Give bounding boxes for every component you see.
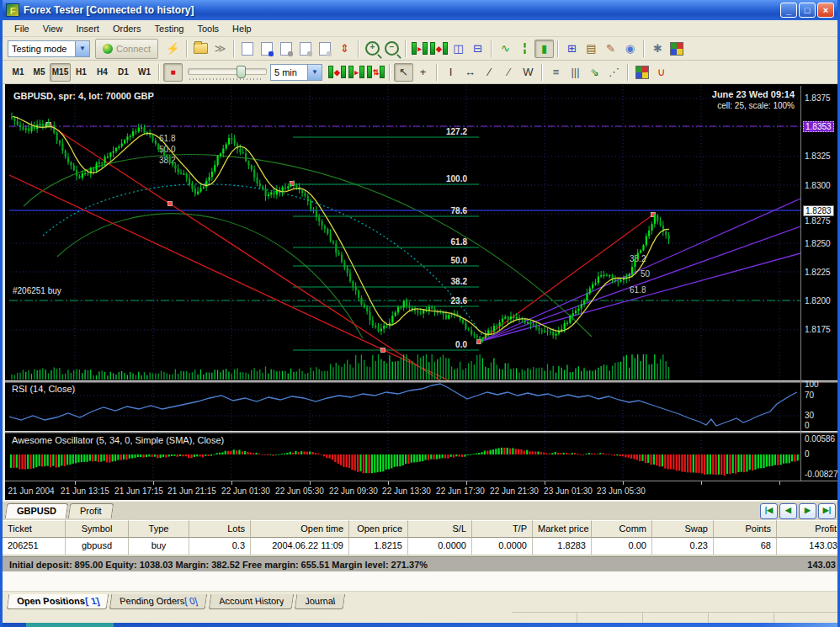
- open-folder-icon[interactable]: [191, 40, 210, 58]
- tick-step-icon[interactable]: ◆: [327, 63, 347, 82]
- bar-chart-mode-icon[interactable]: ╏: [515, 40, 534, 58]
- tile-vertical-icon: ◫: [453, 42, 463, 55]
- history-disk-icon[interactable]: ◉: [620, 40, 640, 58]
- fibo-fan-tool-icon[interactable]: ⋰: [604, 63, 624, 82]
- zoom-out-icon[interactable]: −: [382, 40, 401, 58]
- slider-thumb[interactable]: [237, 66, 246, 78]
- timeframe-d1-button[interactable]: D1: [113, 63, 134, 82]
- maximize-button[interactable]: □: [799, 3, 816, 18]
- go-prev-button[interactable]: ◀: [779, 503, 797, 519]
- column-header-comm[interactable]: Comm: [592, 520, 652, 538]
- close-button[interactable]: ×: [817, 3, 834, 18]
- column-header-opentime[interactable]: Open time: [251, 520, 349, 538]
- tile-horizontal-icon[interactable]: ⊟: [468, 40, 487, 58]
- tab-open-positions[interactable]: Open Positions [ 1 ]: [7, 594, 109, 609]
- trend-line-tool-icon: ∕: [488, 66, 490, 78]
- trend-line-tool-icon[interactable]: ∕: [480, 63, 499, 82]
- template-document-icon[interactable]: [316, 40, 335, 58]
- timeframe-h1-button[interactable]: H1: [71, 63, 92, 82]
- step-forward-red-icon[interactable]: ◆: [429, 40, 449, 58]
- speed-slider[interactable]: [188, 64, 265, 81]
- menu-view[interactable]: View: [36, 22, 70, 35]
- column-header-profit[interactable]: Profit: [777, 520, 840, 538]
- step-forward-bars-icon[interactable]: ▸: [410, 40, 429, 58]
- chevron-down-icon[interactable]: ▼: [75, 41, 89, 56]
- timeframe-m15-button[interactable]: M15: [50, 63, 71, 82]
- vertical-line-tool-icon[interactable]: I: [441, 63, 460, 82]
- go-last-button[interactable]: ▶|: [818, 503, 836, 519]
- price-axis[interactable]: 1.83751.83531.83251.83001.82831.82751.82…: [800, 86, 840, 481]
- chart-tab-gbpusd[interactable]: GBPUSD: [5, 503, 69, 518]
- minimize-button[interactable]: _: [780, 3, 797, 18]
- menu-file[interactable]: File: [8, 22, 36, 35]
- cell-value: 0.0000: [408, 538, 472, 555]
- go-first-button[interactable]: |◀: [760, 503, 778, 519]
- go-next-button[interactable]: ▶: [799, 503, 816, 519]
- timeframe-m5-button[interactable]: M5: [29, 63, 50, 82]
- column-header-sl[interactable]: S/L: [408, 520, 472, 538]
- testing-mode-select[interactable]: Testing mode ▼: [8, 40, 90, 57]
- toolbar-separator: [186, 40, 188, 57]
- menu-insert[interactable]: Insert: [69, 22, 106, 35]
- table-row[interactable]: 206251gbpusdbuy0.32004.06.22 11:091.8215…: [3, 538, 840, 555]
- open-profile-icon[interactable]: [258, 40, 277, 58]
- report-document-icon[interactable]: [277, 40, 296, 58]
- column-header-symbol[interactable]: Symbol: [66, 520, 129, 538]
- ray-tool-icon[interactable]: ∕: [499, 63, 518, 82]
- spread-icon[interactable]: ⇕: [335, 40, 354, 58]
- settings-gear-icon[interactable]: ✱: [648, 40, 667, 58]
- menu-tools[interactable]: Tools: [190, 22, 226, 35]
- brush-icon[interactable]: ✎: [601, 40, 620, 58]
- main-chart-canvas[interactable]: 61.850.038.2#206251 buy127.2100.078.661.…: [9, 86, 800, 380]
- chart-tab-profit[interactable]: Profit: [68, 503, 114, 518]
- column-header-lots[interactable]: Lots: [189, 520, 251, 538]
- column-header-swap[interactable]: Swap: [652, 520, 714, 538]
- column-header-ticket[interactable]: Ticket: [3, 520, 66, 538]
- wave-tool-icon[interactable]: W: [518, 63, 538, 82]
- tile-vertical-icon[interactable]: ◫: [449, 40, 468, 58]
- tab-pending-orders[interactable]: Pending Orders [ 0 ]: [109, 594, 208, 609]
- stop-test-button[interactable]: ■: [163, 63, 183, 82]
- column-header-tp[interactable]: T/P: [472, 520, 533, 538]
- crosshair-tool-icon[interactable]: +: [413, 63, 433, 82]
- chart-settings-icon[interactable]: [667, 40, 687, 58]
- column-header-openprice[interactable]: Open price: [349, 520, 408, 538]
- horizontal-line-tool-icon[interactable]: ↔: [460, 63, 480, 82]
- slider-track[interactable]: [188, 68, 267, 75]
- indicators-dialog-icon[interactable]: [632, 63, 651, 82]
- time-axis[interactable]: 21 Jun 200421 Jun 13:1521 Jun 17:1521 Ju…: [5, 481, 840, 501]
- cursor-tool-icon[interactable]: ↖: [394, 63, 413, 82]
- magnet-icon[interactable]: ∪: [651, 63, 671, 82]
- line-chart-mode-icon[interactable]: ∿: [496, 40, 515, 58]
- zoom-in-icon[interactable]: +: [363, 40, 382, 58]
- speed-select[interactable]: 5 min ▼: [270, 64, 322, 81]
- save-template-icon[interactable]: ▤: [582, 40, 601, 58]
- new-document-icon[interactable]: [238, 40, 258, 58]
- column-header-type[interactable]: Type: [129, 520, 189, 538]
- menu-help[interactable]: Help: [226, 22, 258, 35]
- chevron-down-icon[interactable]: ▼: [307, 65, 322, 80]
- column-header-marketprice[interactable]: Market price: [533, 520, 592, 538]
- notes-document-icon[interactable]: [296, 40, 316, 58]
- bar-step-icon[interactable]: ▸: [347, 63, 366, 82]
- menu-testing[interactable]: Testing: [148, 22, 191, 35]
- tab-journal[interactable]: Journal: [294, 594, 345, 609]
- timeframe-w1-button[interactable]: W1: [134, 63, 155, 82]
- jump-step-icon[interactable]: ⇅: [366, 63, 385, 82]
- timeframe-h4-button[interactable]: H4: [92, 63, 113, 82]
- chart-region[interactable]: 61.850.038.2#206251 buy127.2100.078.661.…: [5, 84, 840, 500]
- fibo-retracement-tool-icon[interactable]: ≡: [546, 63, 566, 82]
- lightning-icon[interactable]: ⚡: [163, 40, 183, 58]
- arrow-marker-tool-icon[interactable]: ⇘: [585, 63, 604, 82]
- title-bar[interactable]: F Forex Tester [Connected to history] _ …: [3, 0, 837, 20]
- menu-orders[interactable]: Orders: [106, 22, 148, 35]
- candle-chart-mode-icon[interactable]: ▮: [534, 40, 554, 58]
- connect-button[interactable]: Connect: [95, 39, 158, 59]
- add-window-icon[interactable]: ⊞: [562, 40, 582, 58]
- tab-account-history[interactable]: Account History: [208, 594, 294, 609]
- timeframe-m1-button[interactable]: M1: [8, 63, 29, 82]
- fibo-timezones-tool-icon[interactable]: |||: [566, 63, 585, 82]
- tick-data-icon[interactable]: ≫: [210, 40, 230, 58]
- rsi-panel-canvas[interactable]: [9, 383, 800, 431]
- column-header-points[interactable]: Points: [714, 520, 777, 538]
